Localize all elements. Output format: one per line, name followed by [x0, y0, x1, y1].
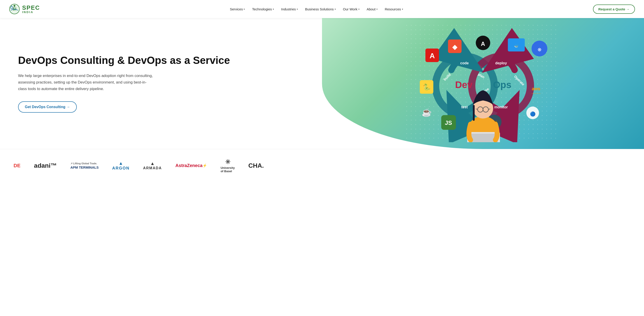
nav-our-work[interactable]: Our Work ▾	[340, 6, 363, 12]
svg-text:─────: ─────	[532, 92, 540, 95]
svg-text:◆: ◆	[452, 43, 458, 50]
client-logo-apm: ↗ Lifting Global Trade. APM TERMINALS	[70, 162, 99, 169]
svg-text:JS: JS	[445, 119, 452, 126]
client-logo-armada: ▲ ARMADA	[143, 161, 162, 170]
hero-section: DevOps Consulting & DevOps as a Service …	[0, 18, 644, 149]
nav-services[interactable]: Services ▾	[227, 6, 248, 12]
request-quote-button[interactable]: Request a Quote →	[593, 4, 635, 14]
nav-menu: Services ▾ Technologies ▾ Industries ▾ B…	[227, 6, 406, 12]
svg-text:Ops: Ops	[493, 79, 512, 90]
devops-diagram: Dev Ops code build test plan release dep…	[406, 25, 560, 142]
client-logo-adani: adani™	[34, 162, 57, 169]
client-de-text: DE	[14, 163, 20, 169]
hero-title: DevOps Consulting & DevOps as a Service	[18, 54, 304, 66]
svg-text:A: A	[481, 40, 485, 47]
svg-rect-42	[473, 105, 475, 121]
client-adani-text: adani™	[34, 162, 57, 169]
svg-text:monitor: monitor	[494, 105, 508, 109]
client-astra-text: AstraZeneca	[176, 163, 202, 168]
client-apm-lifting: ↗ Lifting Global Trade.	[70, 162, 97, 165]
client-basel-icon: ✳	[225, 158, 230, 166]
svg-text:aws: aws	[532, 86, 540, 91]
client-armada-text: ARMADA	[143, 166, 162, 170]
client-argon-text: ARGON	[112, 166, 130, 171]
nav-technologies[interactable]: Technologies ▾	[249, 6, 277, 12]
client-logo-university-basel: ✳ Universityof Basel	[220, 158, 235, 173]
svg-text:🐳: 🐳	[514, 44, 518, 48]
nav-resources[interactable]: Resources ▾	[382, 6, 406, 12]
client-logo-cha: CHA.	[248, 162, 264, 169]
svg-point-4	[14, 5, 15, 7]
hero-description: We help large enterprises in end-to-end …	[18, 73, 154, 92]
client-argon-triangle: ▲	[118, 161, 123, 166]
svg-text:⎈: ⎈	[538, 46, 542, 53]
brand-india: INDIA	[22, 10, 40, 13]
svg-text:code: code	[460, 61, 468, 65]
svg-text:☕: ☕	[422, 107, 432, 117]
client-logo-astrazeneca: AstraZeneca ⚡	[176, 163, 207, 168]
svg-text:deploy: deploy	[495, 61, 507, 65]
client-cha-text: CHA.	[248, 162, 264, 169]
client-astra-icon: ⚡	[202, 163, 207, 168]
nav-industries[interactable]: Industries ▾	[278, 6, 301, 12]
svg-text:A: A	[430, 52, 435, 60]
svg-text:test: test	[461, 105, 468, 109]
clients-bar: DE adani™ ↗ Lifting Global Trade. APM TE…	[0, 149, 644, 182]
client-basel-text: Universityof Basel	[220, 166, 235, 173]
logo[interactable]: SI SPEC INDIA	[9, 3, 40, 14]
svg-text:🔵: 🔵	[530, 111, 536, 117]
client-logo-de: DE	[14, 163, 20, 169]
hero-illustration: Dev Ops code build test plan release dep…	[322, 18, 644, 149]
client-armada-triangle: ▲	[150, 161, 155, 166]
logo-icon: SI	[9, 3, 20, 14]
client-apm-name: APM TERMINALS	[70, 165, 99, 169]
nav-about[interactable]: About ▾	[364, 6, 381, 12]
svg-text:Dev: Dev	[455, 79, 472, 90]
brand-spec: SPEC	[22, 5, 40, 10]
client-logo-argon: ▲ ARGON	[112, 161, 130, 171]
hero-content: DevOps Consulting & DevOps as a Service …	[0, 18, 322, 149]
hero-cta-button[interactable]: Get DevOps Consulting →	[18, 101, 77, 113]
navbar: SI SPEC INDIA Services ▾ Technologies ▾ …	[0, 0, 644, 18]
svg-text:🐍: 🐍	[423, 83, 430, 91]
nav-business-solutions[interactable]: Business Solutions ▾	[302, 6, 339, 12]
